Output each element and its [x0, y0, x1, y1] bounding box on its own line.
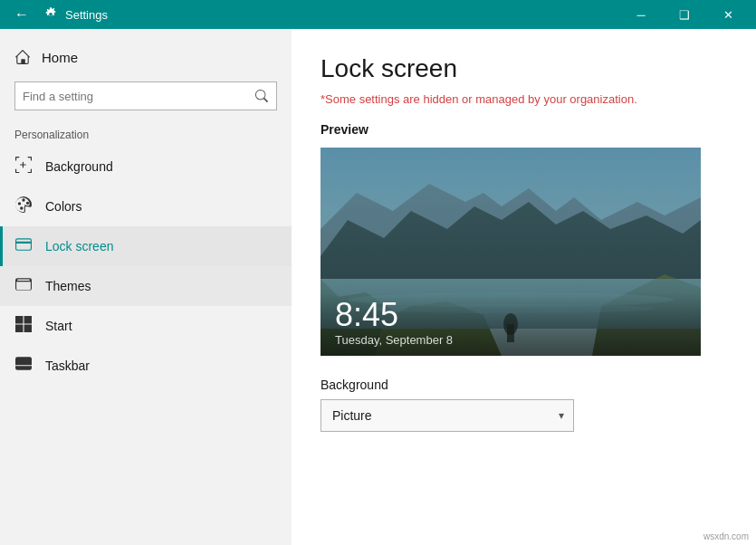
- sidebar-item-colors[interactable]: Colors: [0, 186, 292, 226]
- start-icon: [14, 316, 33, 336]
- title-bar: ← Settings ─ ❑ ✕: [0, 0, 756, 29]
- dropdown-value: Picture: [332, 408, 372, 423]
- title-bar-controls: ─ ❑ ✕: [620, 0, 749, 29]
- sidebar-item-themes[interactable]: Themes: [0, 266, 292, 306]
- sidebar-item-background[interactable]: Background: [0, 147, 292, 186]
- page-title: Lock screen: [321, 54, 727, 83]
- org-warning: *Some settings are hidden or managed by …: [321, 92, 727, 106]
- themes-label: Themes: [45, 279, 91, 293]
- colors-icon: [14, 196, 33, 216]
- search-button[interactable]: [247, 81, 276, 110]
- chevron-down-icon: ▾: [559, 409, 564, 422]
- background-dropdown[interactable]: Picture ▾: [321, 399, 574, 432]
- main-layout: Home Personalization Background: [0, 29, 756, 545]
- search-input[interactable]: [15, 90, 247, 103]
- search-icon: [255, 90, 268, 102]
- search-box[interactable]: [14, 81, 277, 110]
- home-label: Home: [42, 50, 78, 65]
- sidebar-section-label: Personalization: [0, 125, 292, 147]
- minimize-button[interactable]: ─: [620, 0, 662, 29]
- lock-screen-preview: 8:45 Tuesday, September 8: [321, 148, 701, 356]
- bg-section-label: Background: [321, 378, 727, 392]
- maximize-button[interactable]: ❑: [664, 0, 705, 29]
- close-button[interactable]: ✕: [707, 0, 749, 29]
- title-bar-title: Settings: [65, 8, 108, 22]
- sidebar: Home Personalization Background: [0, 29, 292, 545]
- colors-label: Colors: [45, 199, 81, 214]
- sidebar-home-item[interactable]: Home: [0, 40, 292, 74]
- title-bar-left: ← Settings: [7, 0, 108, 29]
- start-label: Start: [45, 319, 72, 333]
- preview-time: 8:45: [335, 299, 686, 331]
- background-label: Background: [45, 159, 113, 174]
- themes-icon: [14, 276, 33, 296]
- sidebar-item-taskbar[interactable]: Taskbar: [0, 346, 292, 386]
- taskbar-label: Taskbar: [45, 359, 90, 373]
- sidebar-item-lock-screen[interactable]: Lock screen: [0, 226, 292, 266]
- lock-screen-icon: [14, 236, 33, 256]
- preview-date: Tuesday, September 8: [335, 333, 686, 347]
- background-icon: [14, 157, 33, 177]
- settings-icon: [43, 7, 58, 22]
- sidebar-item-start[interactable]: Start: [0, 306, 292, 346]
- preview-overlay: 8:45 Tuesday, September 8: [321, 292, 701, 356]
- back-button[interactable]: ←: [7, 0, 36, 29]
- taskbar-icon: [14, 356, 33, 376]
- preview-section-label: Preview: [321, 122, 727, 137]
- content-area: Lock screen *Some settings are hidden or…: [292, 29, 756, 545]
- lock-screen-label: Lock screen: [45, 239, 113, 253]
- home-icon: [14, 49, 31, 65]
